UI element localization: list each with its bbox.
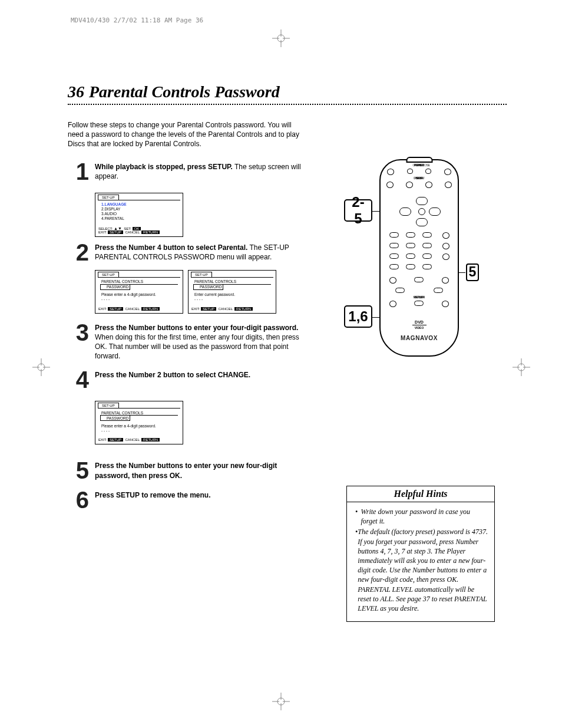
btn-5 [406,243,415,248]
screen2b-footer: EXIT: SETUP CANCEL: RETURN [189,306,276,313]
screen4-prompt: Please enter a 4-digit password. [100,423,178,428]
screen2a-footer: EXIT: SETUP CANCEL: RETURN [95,306,183,313]
btn-plus10 [422,264,432,269]
screen1-tab: SET-UP [98,195,119,200]
btn-right [434,288,443,293]
btn-skip-prev [406,182,413,188]
screen4-dashes: - - - - [100,428,178,433]
btn-ab [425,169,431,174]
step-4-num: 4 [68,368,95,391]
btn-search [442,253,449,260]
intro-paragraph: Follow these steps to change your Parent… [68,120,303,149]
step-1-bold: While playback is stopped, press SETUP. [95,163,233,171]
screen-setup-menu: SET-UP 1.LANGUAGE 2.DISPLAY 3.AUDIO 4.PA… [95,193,183,237]
step-3-bold: Press the Number buttons to enter your f… [95,324,298,332]
btn-rew [399,207,411,216]
screen2b-l1: PARENTAL CONTROLS [193,279,271,285]
btn-left [395,288,405,293]
step-2-bold: Press the Number 4 button to select Pare… [95,243,247,252]
hint-1: •Write down your password in case you fo… [355,507,488,526]
crop-mark-right [513,358,530,378]
btn-title [442,277,449,284]
btn-display [386,182,394,188]
screen1-item-1: 1.LANGUAGE [100,202,178,207]
screen2a-l1: PARENTAL CONTROLS [100,279,178,285]
btn-setup [389,301,396,307]
callout-5: 5 [465,262,480,282]
screen-password-a: SET-UP PARENTAL CONTROLS PASSWORD Please… [95,270,183,314]
screen2b-tab: SET-UP [191,272,212,277]
btn-ff [429,207,441,216]
screen2a-l2: PASSWORD [100,285,130,290]
print-header: MDV410/430 2/7/02 11:18 AM Page 36 [71,17,203,24]
crop-mark-bottom [272,693,290,713]
step-5-num: 5 [68,459,95,482]
screen2b-prompt: Enter current password. [193,292,271,297]
btn-subtitle [442,243,449,249]
screen4-footer: EXIT: SETUP CANCEL: RETURN [95,437,183,444]
btn-4 [389,243,399,248]
step-5: 5 Press the Number buttons to enter your… [68,459,303,482]
screen2b-l2: PASSWORD [193,285,223,290]
remote-dpad [398,198,442,228]
btn-menu [389,277,396,284]
crop-mark-top [272,29,290,50]
btn-marker [442,301,449,307]
page-title: 36Parental Controls Password [68,83,507,101]
helpful-hints-title: Helpful Hints [347,486,494,502]
step-4: 4 Press the Number 2 button to select CH… [68,368,303,391]
btn-stop [416,218,428,226]
btn-clear [389,264,399,269]
btn-1 [389,232,399,238]
lbl-pause: PAUSE [413,177,426,180]
btn-pause [445,182,452,188]
btn-skip-next [425,182,432,188]
btn-ok-center [418,208,425,215]
screen-password-change: SET-UP PARENTAL CONTROLS PASSWORD Please… [95,401,183,444]
btn-0 [406,264,415,269]
lbl-marker: MARKER [413,296,426,299]
screen4-tab: SET-UP [98,403,119,408]
screen4-l2: PASSWORD [100,416,130,421]
screen1-item-4: 4.PARENTAL [100,216,178,221]
remote-diagram: 2-5 1,6 5 POWERREPEATA-BOPEN/CLOSE DISPL… [344,153,480,401]
btn-open [444,169,451,175]
step-3-num: 3 [68,321,95,344]
step-3: 3 Press the Number buttons to enter your… [68,321,303,361]
screen1-footer: SELECT: ▲▼ SET: OK EXIT: SETUP CANCEL: R… [95,225,183,236]
step-5-bold: Press the Number buttons to enter your n… [95,462,277,479]
page-title-text: Parental Controls Password [89,83,280,101]
screen2a-tab: SET-UP [98,272,119,277]
step-1: 1 While playback is stopped, press SETUP… [68,160,303,183]
btn-repeat [407,169,413,174]
btn-play [416,197,428,205]
crop-mark-left [32,358,50,378]
title-divider [68,104,507,105]
btn-3 [422,232,432,238]
step-1-num: 1 [68,160,95,183]
btn-9 [422,253,432,259]
btn-8 [406,253,415,259]
btn-return [414,301,424,306]
remote-brand: MAGNAVOX [381,335,458,341]
screen2b-dashes: - - - - [193,297,271,302]
lbl-open: OPEN/CLOSE [413,164,426,167]
step-6: 6 Press SETUP to remove the menu. [68,488,303,512]
hint-2: •The default (factory preset) password i… [355,527,488,613]
btn-2 [406,232,415,238]
step-6-num: 6 [68,488,95,512]
step-3-rest: When doing this for the first time, ente… [95,333,299,360]
dvd-logo: DVDVIDEO [381,320,458,330]
screen1-item-2: 2.DISPLAY [100,207,178,212]
btn-6 [422,243,432,248]
btn-7 [389,253,399,259]
helpful-hints-box: Helpful Hints •Write down your password … [346,486,495,622]
btn-ok [414,277,424,282]
remote-ir-window [406,157,432,163]
btn-power [387,169,394,175]
page-number: 36 [68,83,84,101]
screen-password-b: SET-UP PARENTAL CONTROLS PASSWORD Enter … [188,270,276,314]
callout-1-6: 1,6 [344,305,372,328]
screen2a-dashes: - - - - [100,297,178,302]
step-2: 2 Press the Number 4 button to select Pa… [68,241,303,264]
